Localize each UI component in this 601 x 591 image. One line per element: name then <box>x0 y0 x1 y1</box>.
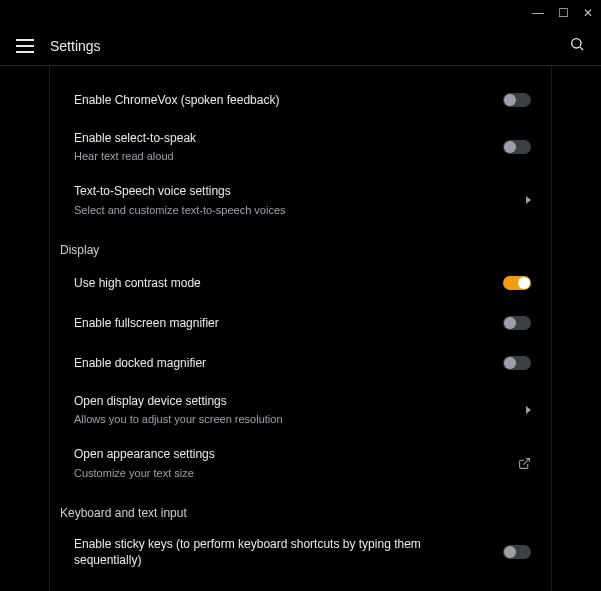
setting-label: Enable select-to-speak <box>74 130 196 146</box>
window-controls: — ☐ ✕ <box>532 6 593 20</box>
app-header: Settings <box>0 26 601 66</box>
setting-row-sticky-keys[interactable]: Enable sticky keys (to perform keyboard … <box>50 526 551 578</box>
external-link-icon <box>518 457 531 470</box>
toggle-fullscreen-magnifier[interactable] <box>503 316 531 330</box>
svg-line-2 <box>523 458 529 464</box>
setting-label: Use high contrast mode <box>74 275 201 291</box>
page-title: Settings <box>50 38 101 54</box>
chevron-right-icon <box>526 406 531 414</box>
setting-row-docked-magnifier[interactable]: Enable docked magnifier <box>50 343 551 383</box>
search-icon[interactable] <box>569 36 585 55</box>
setting-label: Enable fullscreen magnifier <box>74 315 219 331</box>
menu-icon[interactable] <box>16 39 34 53</box>
setting-row-tts-voice-settings[interactable]: Text-to-Speech voice settings Select and… <box>50 173 551 226</box>
svg-point-0 <box>572 39 581 48</box>
setting-row-chromevox[interactable]: Enable ChromeVox (spoken feedback) <box>50 80 551 120</box>
toggle-docked-magnifier[interactable] <box>503 356 531 370</box>
window-close-button[interactable]: ✕ <box>583 6 593 20</box>
setting-row-display-device-settings[interactable]: Open display device settings Allows you … <box>50 383 551 436</box>
setting-subtext: Select and customize text-to-speech voic… <box>74 203 286 217</box>
setting-label: Enable ChromeVox (spoken feedback) <box>74 92 279 108</box>
setting-row-fullscreen-magnifier[interactable]: Enable fullscreen magnifier <box>50 303 551 343</box>
setting-subtext: Customize your text size <box>74 466 215 480</box>
setting-label: Enable sticky keys (to perform keyboard … <box>74 536 464 568</box>
setting-subtext: Hear text read aloud <box>74 149 196 163</box>
window-maximize-button[interactable]: ☐ <box>558 6 569 20</box>
chevron-right-icon <box>526 196 531 204</box>
settings-content: Enable ChromeVox (spoken feedback) Enabl… <box>49 66 552 591</box>
svg-line-1 <box>580 47 583 50</box>
setting-label: Enable docked magnifier <box>74 355 206 371</box>
window-minimize-button[interactable]: — <box>532 6 544 20</box>
setting-row-onscreen-keyboard[interactable]: Enable on-screen keyboard <box>50 578 551 591</box>
setting-row-appearance-settings[interactable]: Open appearance settings Customize your … <box>50 436 551 489</box>
setting-row-select-to-speak[interactable]: Enable select-to-speak Hear text read al… <box>50 120 551 173</box>
setting-label: Open appearance settings <box>74 446 215 462</box>
section-header-display: Display <box>50 227 551 263</box>
section-header-keyboard: Keyboard and text input <box>50 490 551 526</box>
toggle-chromevox[interactable] <box>503 93 531 107</box>
toggle-high-contrast[interactable] <box>503 276 531 290</box>
setting-label: Open display device settings <box>74 393 283 409</box>
setting-label: Text-to-Speech voice settings <box>74 183 286 199</box>
setting-row-high-contrast[interactable]: Use high contrast mode <box>50 263 551 303</box>
toggle-select-to-speak[interactable] <box>503 140 531 154</box>
toggle-sticky-keys[interactable] <box>503 545 531 559</box>
setting-subtext: Allows you to adjust your screen resolut… <box>74 412 283 426</box>
